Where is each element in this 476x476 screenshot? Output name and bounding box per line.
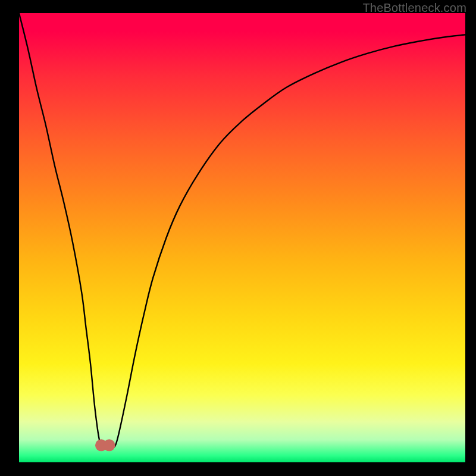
- marker-dot: [104, 439, 115, 451]
- chart-frame: TheBottleneck.com: [0, 0, 476, 476]
- curve-markers: [95, 439, 115, 451]
- bottleneck-curve: [19, 13, 465, 449]
- plot-area: [19, 13, 465, 462]
- curve-layer: [19, 13, 465, 462]
- watermark-text: TheBottleneck.com: [362, 1, 466, 15]
